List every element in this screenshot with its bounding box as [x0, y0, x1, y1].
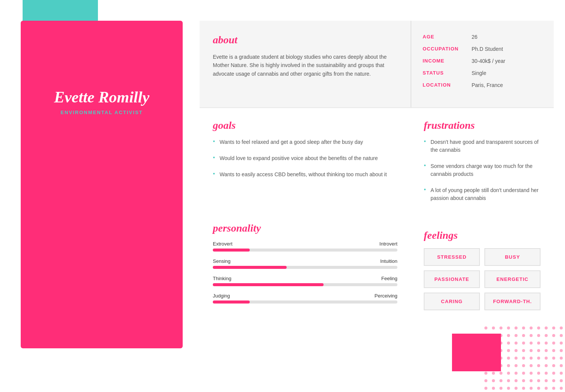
svg-point-64 [560, 342, 563, 345]
goal-item-1: Wants to feel relaxed and get a good sle… [213, 138, 397, 146]
svg-point-94 [537, 364, 540, 367]
info-table: AGE 26 OCCUPATION Ph.D Student INCOME 30… [423, 34, 541, 88]
feeling-badge-energetic: ENERGETIC [484, 270, 541, 288]
svg-point-117 [545, 379, 548, 382]
personality-bar-judging: Judging Perceiving [213, 293, 397, 304]
bar-track-2 [213, 266, 397, 269]
goal-item-2: Would love to expand positive voice abou… [213, 154, 397, 162]
frustrations-list: Doesn't have good and transparent source… [424, 138, 541, 202]
personality-labels-4: Judging Perceiving [213, 293, 397, 299]
svg-point-77 [492, 357, 495, 360]
svg-point-116 [537, 379, 540, 382]
occupation-label: OCCUPATION [423, 46, 472, 52]
svg-point-123 [507, 387, 510, 390]
personality-labels-1: Extrovert Introvert [213, 241, 397, 247]
svg-point-60 [530, 342, 533, 345]
svg-point-105 [537, 372, 540, 375]
personality-bar-extrovert: Extrovert Introvert [213, 241, 397, 252]
bar-track-1 [213, 249, 397, 252]
frustration-item-3: A lot of young people still don't unders… [424, 186, 541, 202]
svg-point-93 [530, 364, 533, 367]
bar-fill-2 [213, 266, 287, 269]
svg-point-81 [522, 357, 525, 360]
svg-point-120 [484, 387, 487, 390]
left-column: goals Wants to feel relaxed and get a go… [200, 108, 411, 322]
svg-point-90 [507, 364, 510, 367]
feeling-badge-passionate: PASSIONATE [424, 270, 480, 288]
svg-point-75 [560, 349, 563, 352]
income-label: INCOME [423, 58, 472, 64]
svg-point-98 [484, 372, 487, 375]
svg-point-103 [522, 372, 525, 375]
personality-bar-sensing: Sensing Intuition [213, 258, 397, 269]
svg-point-78 [499, 357, 502, 360]
personality-labels-2: Sensing Intuition [213, 258, 397, 264]
svg-point-96 [552, 364, 555, 367]
label-judging: Judging [213, 293, 230, 299]
svg-point-129 [552, 387, 555, 390]
bar-fill-1 [213, 249, 250, 252]
svg-point-58 [515, 342, 518, 345]
location-label: LOCATION [423, 82, 472, 88]
svg-point-42 [560, 326, 563, 329]
svg-point-46 [507, 334, 510, 337]
svg-point-43 [484, 334, 487, 337]
goals-list: Wants to feel relaxed and get a good sle… [213, 138, 397, 178]
svg-point-41 [552, 326, 555, 329]
svg-point-52 [552, 334, 555, 337]
svg-point-57 [507, 342, 510, 345]
svg-point-54 [484, 342, 487, 345]
label-perceiving: Perceiving [374, 293, 397, 299]
svg-point-127 [537, 387, 540, 390]
info-row-occupation: OCCUPATION Ph.D Student [423, 46, 541, 52]
svg-point-66 [492, 349, 495, 352]
svg-point-88 [492, 364, 495, 367]
svg-point-69 [515, 349, 518, 352]
frustrations-title: frustrations [424, 119, 541, 131]
feelings-title: feelings [424, 229, 541, 241]
svg-point-101 [507, 372, 510, 375]
svg-point-107 [552, 372, 555, 375]
age-value: 26 [472, 34, 478, 40]
svg-point-85 [552, 357, 555, 360]
svg-point-74 [552, 349, 555, 352]
feelings-section: feelings STRESSED BUSY PASSIONATE ENERGE… [411, 222, 554, 322]
svg-point-99 [492, 372, 495, 375]
label-feeling: Feeling [381, 276, 397, 281]
bar-fill-3 [213, 283, 324, 286]
svg-point-104 [530, 372, 533, 375]
svg-point-51 [545, 334, 548, 337]
svg-point-50 [537, 334, 540, 337]
svg-point-79 [507, 357, 510, 360]
persona-card: Evette Romilly ENVIRONMENTAL ACTIVIST [21, 21, 183, 348]
about-left: about Evette is a graduate student at bi… [200, 21, 411, 107]
svg-point-95 [545, 364, 548, 367]
label-thinking: Thinking [213, 276, 231, 281]
feelings-grid: STRESSED BUSY PASSIONATE ENERGETIC CARIN… [424, 248, 541, 310]
middle-bottom-area: goals Wants to feel relaxed and get a go… [200, 108, 554, 322]
svg-point-63 [552, 342, 555, 345]
about-section: about Evette is a graduate student at bi… [200, 21, 554, 107]
svg-point-83 [537, 357, 540, 360]
bar-fill-4 [213, 300, 250, 304]
about-title: about [213, 34, 397, 46]
svg-point-126 [530, 387, 533, 390]
status-label: STATUS [423, 70, 472, 76]
svg-point-114 [522, 379, 525, 382]
svg-point-130 [560, 387, 563, 390]
personality-labels-3: Thinking Feeling [213, 276, 397, 281]
svg-point-45 [499, 334, 502, 337]
personality-title: personality [213, 222, 397, 234]
svg-point-56 [499, 342, 502, 345]
svg-point-34 [499, 326, 502, 329]
svg-point-111 [499, 379, 502, 382]
feeling-badge-caring: CARING [424, 293, 480, 310]
svg-point-44 [492, 334, 495, 337]
svg-point-102 [515, 372, 518, 375]
bar-track-4 [213, 300, 397, 304]
svg-point-39 [537, 326, 540, 329]
svg-point-76 [484, 357, 487, 360]
svg-point-59 [522, 342, 525, 345]
feeling-badge-busy: BUSY [484, 248, 541, 266]
svg-point-55 [492, 342, 495, 345]
